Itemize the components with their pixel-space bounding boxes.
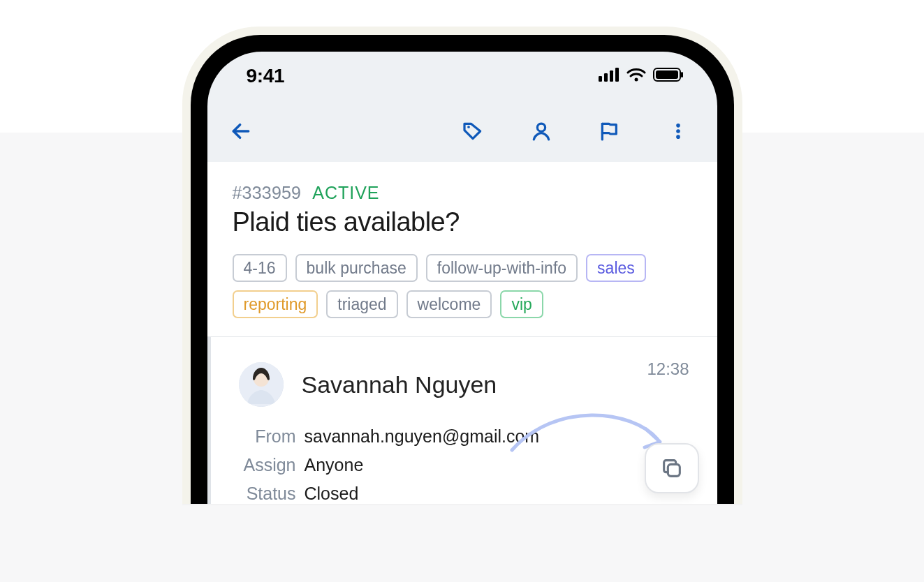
copy-email-button[interactable] bbox=[645, 443, 699, 493]
svg-rect-2 bbox=[610, 70, 613, 82]
svg-point-10 bbox=[537, 124, 545, 131]
flag-button[interactable] bbox=[599, 120, 621, 142]
tag-item[interactable]: welcome bbox=[406, 290, 492, 318]
meta-assign-value[interactable]: Anyone bbox=[305, 455, 689, 475]
svg-point-11 bbox=[676, 124, 680, 128]
meta-status-value[interactable]: Closed bbox=[305, 484, 689, 504]
ticket-id: #333959 bbox=[233, 183, 302, 203]
sender-avatar[interactable] bbox=[239, 362, 284, 407]
ticket-header: #333959 ACTIVE Plaid ties available? 4-1… bbox=[207, 162, 717, 337]
phone-frame: 9:41 bbox=[182, 27, 742, 504]
wifi-icon bbox=[626, 68, 646, 84]
message-time: 12:38 bbox=[647, 359, 689, 379]
back-button[interactable] bbox=[230, 120, 252, 142]
svg-point-4 bbox=[634, 78, 638, 82]
meta-from-label: From bbox=[239, 426, 302, 447]
svg-point-12 bbox=[676, 129, 680, 133]
tag-item[interactable]: bulk purchase bbox=[295, 254, 418, 282]
cellular-icon bbox=[599, 68, 619, 84]
more-menu-button[interactable] bbox=[667, 120, 689, 142]
clock-time: 9:41 bbox=[247, 65, 285, 87]
tag-button[interactable] bbox=[462, 120, 484, 142]
tag-list: 4-16 bulk purchase follow-up-with-info s… bbox=[233, 254, 692, 318]
svg-rect-3 bbox=[615, 68, 619, 82]
status-icons bbox=[599, 68, 684, 84]
ticket-status-badge: ACTIVE bbox=[312, 183, 379, 203]
svg-rect-6 bbox=[656, 70, 678, 79]
tag-item[interactable]: triaged bbox=[326, 290, 397, 318]
tag-item[interactable]: reporting bbox=[233, 290, 318, 318]
svg-point-9 bbox=[467, 126, 470, 128]
ticket-title: Plaid ties available? bbox=[233, 207, 692, 237]
tag-item[interactable]: follow-up-with-info bbox=[426, 254, 578, 282]
svg-rect-7 bbox=[681, 72, 683, 77]
status-bar: 9:41 bbox=[207, 52, 717, 100]
meta-assign-label: Assign bbox=[239, 455, 302, 475]
tag-item[interactable]: 4-16 bbox=[233, 254, 287, 282]
meta-status-label: Status bbox=[239, 484, 302, 504]
svg-rect-16 bbox=[668, 464, 680, 476]
meta-from-value[interactable]: savannah.nguyen@gmail.com bbox=[305, 426, 689, 447]
tag-item[interactable]: sales bbox=[586, 254, 646, 282]
svg-point-13 bbox=[676, 135, 680, 139]
phone-screen: 9:41 bbox=[207, 52, 717, 504]
ticket-content: #333959 ACTIVE Plaid ties available? 4-1… bbox=[207, 162, 717, 504]
sender-name: Savannah Nguyen bbox=[302, 371, 497, 398]
battery-icon bbox=[653, 68, 684, 84]
message-meta: From savannah.nguyen@gmail.com Assign An… bbox=[239, 426, 689, 504]
assign-person-button[interactable] bbox=[530, 120, 552, 142]
toolbar bbox=[207, 100, 717, 162]
svg-rect-0 bbox=[599, 76, 602, 82]
tag-item[interactable]: vip bbox=[500, 290, 543, 318]
message-card: Savannah Nguyen 12:38 From savannah.nguy… bbox=[207, 337, 717, 504]
svg-rect-1 bbox=[604, 73, 608, 82]
